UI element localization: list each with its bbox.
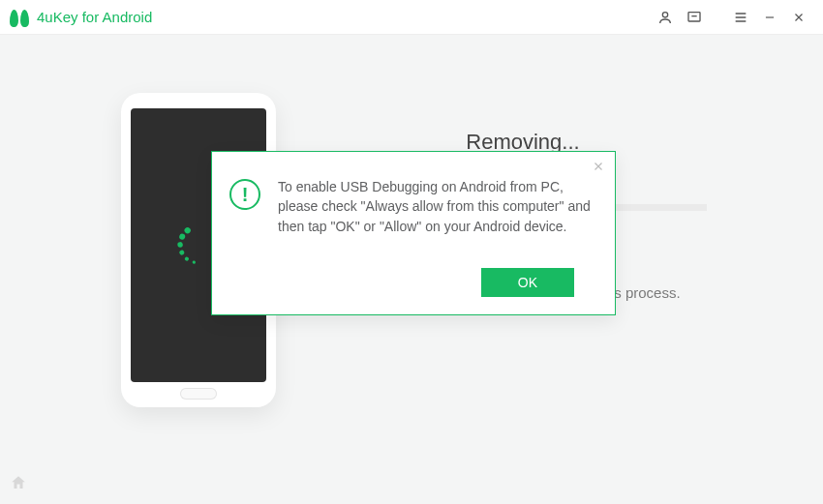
close-button[interactable] <box>784 3 813 32</box>
main-area: Removing... Note: Do not disconnect your… <box>0 35 823 504</box>
svg-point-0 <box>662 12 667 16</box>
ok-button[interactable]: OK <box>481 268 574 297</box>
menu-icon[interactable] <box>726 3 755 32</box>
device-home-button-icon <box>180 388 217 400</box>
app-title: 4uKey for Android <box>37 9 152 25</box>
home-icon[interactable] <box>10 474 27 496</box>
app-logo-icon <box>10 9 29 26</box>
titlebar: 4uKey for Android <box>0 0 823 35</box>
account-icon[interactable] <box>651 3 680 32</box>
dialog-close-button[interactable] <box>592 158 605 178</box>
usb-debugging-dialog: ! To enable USB Debugging on Android fro… <box>211 151 616 315</box>
dialog-message: To enable USB Debugging on Android from … <box>278 177 597 236</box>
minimize-button[interactable] <box>755 3 784 32</box>
svg-rect-1 <box>688 12 700 20</box>
feedback-icon[interactable] <box>680 3 709 32</box>
alert-icon: ! <box>229 179 260 210</box>
